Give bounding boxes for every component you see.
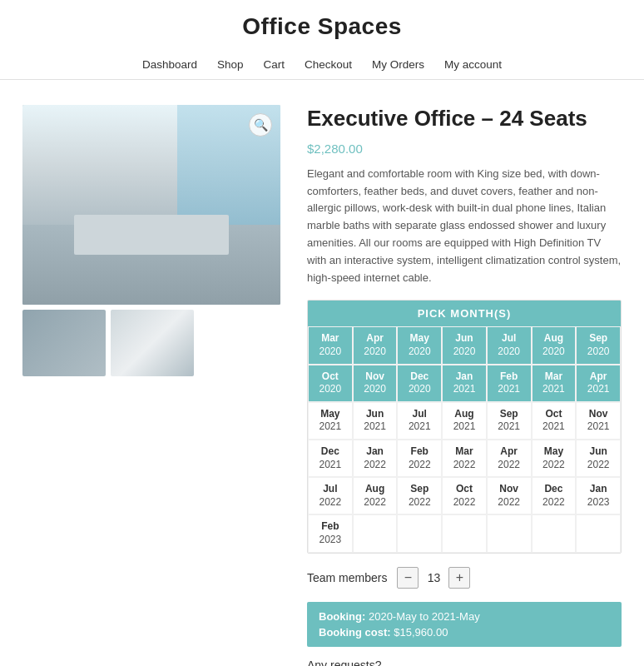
calendar-cell-empty <box>487 514 532 552</box>
booking-key: Booking: <box>319 610 365 623</box>
thumbnail-2[interactable] <box>111 310 194 376</box>
thumbnail-row <box>22 310 280 376</box>
calendar-cell-Jul-2021[interactable]: Jul2021 <box>397 402 442 440</box>
nav-checkout[interactable]: Checkout <box>305 58 352 71</box>
calendar-cell-Dec-2020[interactable]: Dec2020 <box>397 365 442 402</box>
calendar-cell-empty <box>442 514 487 552</box>
calendar-cell-Apr-2022[interactable]: Apr2022 <box>487 440 532 477</box>
team-members-minus-button[interactable]: − <box>397 567 419 589</box>
calendar-cell-Jun-2020[interactable]: Jun2020 <box>442 326 487 364</box>
team-members-row: Team members − 13 + <box>307 567 622 589</box>
month-picker: PICK MONTH(S) Mar2020Apr2020May2020Jun20… <box>307 300 622 553</box>
calendar-cell-Sep-2021[interactable]: Sep2021 <box>487 402 532 440</box>
calendar-cell-Mar-2022[interactable]: Mar2022 <box>442 440 487 477</box>
team-members-value: 13 <box>422 571 445 584</box>
calendar-cell-Nov-2022[interactable]: Nov2022 <box>487 477 532 514</box>
team-members-stepper: − 13 + <box>397 567 470 589</box>
main-product-image: 🔍 <box>22 105 280 305</box>
booking-cost-key: Booking cost: <box>319 626 391 639</box>
calendar-cell-Feb-2023[interactable]: Feb2023 <box>308 514 353 552</box>
calendar-cell-Oct-2020[interactable]: Oct2020 <box>308 365 353 402</box>
site-title: Office Spaces <box>0 13 644 40</box>
nav-dashboard[interactable]: Dashboard <box>142 58 197 71</box>
team-members-label: Team members <box>307 571 387 584</box>
calendar-cell-Aug-2022[interactable]: Aug2022 <box>353 477 398 514</box>
calendar-cell-Apr-2020[interactable]: Apr2020 <box>353 326 398 364</box>
calendar-cell-Mar-2020[interactable]: Mar2020 <box>308 326 353 364</box>
scene-desk <box>74 215 229 255</box>
product-info: Executive Office – 24 Seats $2,280.00 El… <box>307 105 622 666</box>
booking-dates-value: 2020-May to 2021-May <box>369 610 480 623</box>
main-content: 🔍 Executive Office – 24 Seats $2,280.00 … <box>6 105 638 666</box>
calendar-cell-May-2021[interactable]: May2021 <box>308 402 353 440</box>
calendar-cell-Jun-2022[interactable]: Jun2022 <box>576 440 621 477</box>
booking-cost-line: Booking cost: $15,960.00 <box>319 626 610 639</box>
booking-info: Booking: 2020-May to 2021-May Booking co… <box>307 602 622 647</box>
calendar-header: PICK MONTH(S) <box>308 301 621 326</box>
calendar-cell-Dec-2021[interactable]: Dec2021 <box>308 440 353 477</box>
calendar-cell-Feb-2022[interactable]: Feb2022 <box>397 440 442 477</box>
zoom-icon[interactable]: 🔍 <box>249 113 272 137</box>
product-price: $2,280.00 <box>307 142 622 156</box>
calendar-cell-Nov-2021[interactable]: Nov2021 <box>576 402 621 440</box>
product-description: Elegant and comfortable room with King s… <box>307 166 622 287</box>
calendar-cell-Jan-2022[interactable]: Jan2022 <box>353 440 398 477</box>
nav-cart[interactable]: Cart <box>263 58 285 71</box>
requests-label: Any requests? <box>307 659 622 667</box>
calendar-cell-Sep-2022[interactable]: Sep2022 <box>397 477 442 514</box>
calendar-cell-May-2020[interactable]: May2020 <box>397 326 442 364</box>
nav-my-account[interactable]: My account <box>444 58 502 71</box>
calendar-cell-Oct-2021[interactable]: Oct2021 <box>532 402 577 440</box>
calendar-cell-Oct-2022[interactable]: Oct2022 <box>442 477 487 514</box>
calendar-cell-empty <box>397 514 442 552</box>
calendar-cell-Sep-2020[interactable]: Sep2020 <box>576 326 621 364</box>
calendar-cell-Mar-2021[interactable]: Mar2021 <box>532 365 577 402</box>
calendar-grid: Mar2020Apr2020May2020Jun2020Jul2020Aug20… <box>308 326 621 552</box>
calendar-cell-empty <box>532 514 577 552</box>
calendar-cell-empty <box>353 514 398 552</box>
calendar-cell-Jun-2021[interactable]: Jun2021 <box>353 402 398 440</box>
calendar-cell-Jan-2023[interactable]: Jan2023 <box>576 477 621 514</box>
calendar-cell-Aug-2021[interactable]: Aug2021 <box>442 402 487 440</box>
nav-my-orders[interactable]: My Orders <box>372 58 424 71</box>
main-nav: Dashboard Shop Cart Checkout My Orders M… <box>0 50 644 79</box>
calendar-cell-Jul-2020[interactable]: Jul2020 <box>487 326 532 364</box>
nav-shop[interactable]: Shop <box>217 58 244 71</box>
booking-cost-value: $15,960.00 <box>394 626 448 639</box>
calendar-cell-Aug-2020[interactable]: Aug2020 <box>532 326 577 364</box>
thumbnail-1[interactable] <box>22 310 106 376</box>
site-header: Office Spaces Dashboard Shop Cart Checko… <box>0 0 644 80</box>
calendar-cell-Apr-2021[interactable]: Apr2021 <box>576 365 621 402</box>
product-title: Executive Office – 24 Seats <box>307 105 622 133</box>
calendar-cell-Dec-2022[interactable]: Dec2022 <box>532 477 577 514</box>
calendar-cell-Jul-2022[interactable]: Jul2022 <box>308 477 353 514</box>
calendar-cell-empty <box>576 514 621 552</box>
calendar-cell-Nov-2020[interactable]: Nov2020 <box>353 365 398 402</box>
calendar-cell-Jan-2021[interactable]: Jan2021 <box>442 365 487 402</box>
office-scene <box>22 105 280 305</box>
product-images: 🔍 <box>22 105 280 376</box>
calendar-cell-May-2022[interactable]: May2022 <box>532 440 577 477</box>
team-members-plus-button[interactable]: + <box>448 567 470 589</box>
calendar-cell-Feb-2021[interactable]: Feb2021 <box>487 365 532 402</box>
booking-dates-line: Booking: 2020-May to 2021-May <box>319 610 610 623</box>
